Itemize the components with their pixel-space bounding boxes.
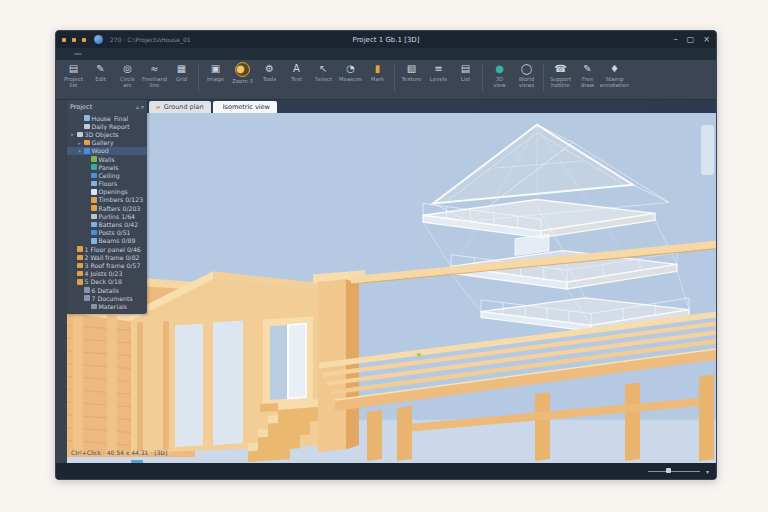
tree-item[interactable]: Purlins 1/64 — [67, 212, 147, 220]
tree-item[interactable]: Walls — [67, 155, 147, 163]
ribbon-button[interactable]: ⚙ Tools — [256, 62, 283, 82]
tree-item[interactable]: Openings — [67, 188, 147, 196]
menu-item[interactable] — [104, 53, 112, 55]
tree-item[interactable]: Battens 0/42 — [67, 220, 147, 228]
tree-item[interactable]: Materials — [67, 302, 147, 310]
app-window: 270 · C:\Projects\House_01 Project 1 Gb.… — [55, 30, 717, 480]
zoom-slider-thumb[interactable] — [666, 468, 671, 473]
ribbon-button[interactable]: ▦ Grid — [168, 62, 195, 82]
ribbon-button[interactable] — [195, 62, 202, 92]
maximize-button[interactable]: ▢ — [687, 31, 695, 48]
ribbon-button-icon: ◯ — [521, 62, 532, 75]
ribbon-button[interactable]: ✎ Edit — [87, 62, 114, 82]
tree-item-label: 1 Floor panel 0/46 — [85, 246, 141, 253]
ribbon-button[interactable]: ● 3D view — [486, 62, 513, 88]
quick-access-dot-icon[interactable] — [62, 38, 66, 42]
ribbon-button-icon: ◔ — [346, 62, 355, 75]
tree-item[interactable]: ▸ 3D Objects — [67, 130, 147, 138]
tree-item[interactable]: 1 Floor panel 0/46 — [67, 245, 147, 253]
expand-icon[interactable]: ▾ — [141, 103, 144, 110]
ribbon-button[interactable]: ▤ Project list — [60, 62, 87, 88]
view-tab[interactable]: Isometric view — [213, 101, 277, 113]
tree-item-icon — [91, 222, 97, 228]
tree-item[interactable]: 3 Roof frame 0/57 — [67, 261, 147, 269]
tree-item[interactable]: 6 Details — [67, 286, 147, 294]
project-tree-panel: Project ▴ ▾ House_Final Daily Report — [67, 100, 147, 314]
tree-item-label: Walls — [99, 156, 115, 163]
tree-expander-icon[interactable]: ▸ — [70, 131, 75, 137]
view-tab-label: Isometric view — [223, 103, 270, 111]
view-tab-label: Ground plan — [164, 103, 204, 111]
ribbon-button[interactable]: A Text — [283, 62, 310, 82]
close-button[interactable]: × — [703, 31, 710, 48]
tree-expander-icon[interactable]: ▾ — [77, 148, 82, 154]
zoom-slider[interactable] — [648, 471, 700, 472]
menu-item[interactable] — [114, 53, 122, 55]
tree-item[interactable]: Timbers 0/123 — [67, 196, 147, 204]
tree-item[interactable]: 5 Deck 0/18 — [67, 278, 147, 286]
tree-item[interactable]: 2 Wall frame 0/82 — [67, 253, 147, 261]
tree-item-icon — [91, 230, 97, 236]
ribbon-button-icon: ▧ — [407, 62, 416, 75]
ribbon-button[interactable]: ▤ List — [452, 62, 479, 82]
ribbon-button[interactable]: ◯ World views — [513, 62, 540, 88]
zoom-caret-icon[interactable]: ▾ — [706, 468, 709, 475]
ribbon-button[interactable]: ▧ Texture — [398, 62, 425, 82]
tree-item-icon — [84, 287, 90, 293]
tree-item-label: Timbers 0/123 — [99, 196, 144, 203]
menu-item[interactable] — [174, 53, 182, 55]
tree-item[interactable]: 4 Joists 0/23 — [67, 270, 147, 278]
ribbon-button-icon: ⚙ — [265, 62, 274, 75]
menu-item[interactable] — [144, 53, 152, 55]
ribbon-button[interactable]: ≡ Levels — [425, 62, 452, 82]
tree-item[interactable]: Daily Report — [67, 122, 147, 130]
tree-item[interactable]: Beams 0/89 — [67, 237, 147, 245]
menu-item[interactable] — [154, 53, 162, 55]
menu-item[interactable] — [74, 53, 82, 55]
tree-item[interactable]: Rafters 0/203 — [67, 204, 147, 212]
menu-item[interactable] — [84, 53, 92, 55]
view-tab[interactable]: ▰ Ground plan — [149, 101, 211, 113]
ribbon-button[interactable] — [391, 62, 398, 92]
tree-item-label: Battens 0/42 — [99, 221, 139, 228]
menu-item[interactable] — [94, 53, 102, 55]
menu-bar — [56, 48, 716, 60]
panel-drag-handle[interactable] — [131, 460, 143, 463]
tree-item[interactable]: Panels — [67, 163, 147, 171]
tree-item[interactable]: House_Final — [67, 114, 147, 122]
tree-item-label: Ceiling — [99, 172, 120, 179]
tree-item-icon — [91, 189, 97, 195]
tree-item[interactable]: ▸ Gallery — [67, 139, 147, 147]
tree-item[interactable]: Posts 0/51 — [67, 229, 147, 237]
ribbon-button[interactable]: ● Zoom 3 — [229, 62, 256, 84]
tree-item[interactable]: ▾ Wood — [67, 147, 147, 155]
ribbon-button[interactable] — [479, 62, 486, 92]
quick-access-dot-icon[interactable] — [72, 38, 76, 42]
ribbon-button[interactable]: ↖ Select — [310, 62, 337, 82]
tree-item[interactable]: 7 Documents — [67, 294, 147, 302]
collapse-icon[interactable]: ▴ — [136, 103, 139, 110]
ribbon-button[interactable]: ▮ Mark — [364, 62, 391, 82]
ribbon-button-label: Grid — [176, 76, 188, 82]
ribbon-button-label: Support hotline — [550, 76, 572, 88]
quick-access-dot-icon[interactable] — [82, 38, 86, 42]
menu-item[interactable] — [124, 53, 132, 55]
minimize-button[interactable]: – — [674, 31, 678, 48]
ribbon-button[interactable]: ◔ Measure — [337, 62, 364, 82]
ribbon-button[interactable]: ≈ Freehand line — [141, 62, 168, 88]
ribbon-button-label: 3D view — [493, 76, 506, 88]
ribbon-button[interactable]: ✎ Free draw — [574, 62, 601, 88]
ribbon-button[interactable]: ▣ Image — [202, 62, 229, 82]
ribbon-button[interactable]: ☎ Support hotline — [547, 62, 574, 88]
tree-item[interactable]: Floors — [67, 180, 147, 188]
ribbon-button[interactable]: ♦ Stamp annotation — [601, 62, 628, 88]
menu-item[interactable] — [164, 53, 172, 55]
tree-item[interactable]: Ceiling — [67, 171, 147, 179]
ribbon-button[interactable]: ◎ Circle arc — [114, 62, 141, 88]
menu-item[interactable] — [64, 53, 72, 55]
ribbon-button[interactable] — [540, 62, 547, 92]
viewport-3d[interactable]: Ctrl+Click · 40.54 x 44.31 · [3D] — [67, 113, 716, 463]
tree-expander-icon[interactable]: ▸ — [77, 140, 82, 146]
menu-item[interactable] — [134, 53, 142, 55]
tree-item-label: Beams 0/89 — [99, 237, 136, 244]
